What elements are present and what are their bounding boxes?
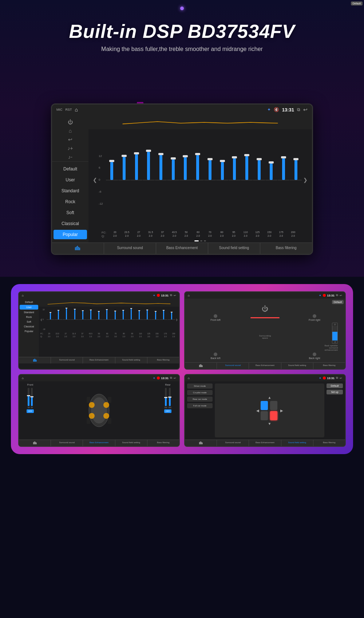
mini-bar[interactable]: [135, 308, 143, 330]
copilot-mode-btn[interactable]: Co-pilot mode: [187, 390, 213, 395]
mini-back-3[interactable]: ↩: [174, 377, 176, 380]
bar-handle[interactable]: [195, 153, 200, 155]
preset-popular[interactable]: Popular: [54, 230, 87, 239]
sf-default-btn[interactable]: Default: [327, 383, 343, 388]
driver-mode-btn[interactable]: Driver mode: [187, 383, 213, 389]
eq-bar-7[interactable]: [179, 154, 191, 205]
rear-off-btn[interactable]: OFF: [164, 409, 171, 413]
mini-tab-field-1[interactable]: Sound field setting: [115, 357, 147, 363]
mini-preset-user[interactable]: User: [20, 305, 38, 310]
mini-tab-surround-1[interactable]: Surround sound: [51, 357, 83, 363]
eq-bar-3[interactable]: [130, 154, 142, 205]
mini-preset-classical[interactable]: Classical: [19, 324, 39, 329]
full-mode-btn[interactable]: Full car mode: [187, 403, 213, 408]
mini-tab-filter-1[interactable]: Bass filtering: [147, 357, 179, 363]
sf-right-arrow[interactable]: ▶: [280, 409, 283, 413]
mini-tab-eq-2[interactable]: [185, 363, 217, 369]
mini-bar[interactable]: [103, 308, 111, 330]
surround-default-btn[interactable]: Default: [332, 300, 344, 304]
mini-home-icon[interactable]: ⌂: [22, 294, 24, 297]
sf-setup-btn[interactable]: Set up: [327, 390, 343, 394]
copy-icon[interactable]: ⧉: [297, 107, 300, 112]
volume-icon[interactable]: 🔇: [274, 107, 279, 112]
eq-bar-9[interactable]: [204, 154, 216, 205]
eq-bar-15[interactable]: [278, 154, 290, 205]
mini-bar[interactable]: [127, 308, 135, 330]
preset-default[interactable]: Default: [54, 164, 87, 174]
bar-handle[interactable]: [109, 160, 114, 162]
preset-rock[interactable]: Rock: [54, 197, 87, 206]
home-sidebar-icon[interactable]: ⌂: [69, 128, 72, 134]
mini-bar[interactable]: [63, 308, 70, 330]
mini-home-3[interactable]: ⌂: [22, 377, 24, 380]
bar-handle[interactable]: [183, 155, 188, 157]
tab-bass-filtering[interactable]: Bass filtering: [260, 243, 312, 254]
mini-nav-next[interactable]: ❯: [176, 318, 178, 321]
mini-copy-3[interactable]: ⧉: [170, 376, 172, 380]
dot-2[interactable]: [200, 240, 202, 241]
mini-preset-soft[interactable]: Soft: [19, 319, 39, 324]
mini-tab-filter-2[interactable]: Bass filtering: [313, 363, 345, 369]
mini-bar[interactable]: [143, 308, 151, 330]
mini-tab-eq-icon[interactable]: [19, 357, 51, 363]
dot-3[interactable]: [204, 240, 206, 241]
bar-handle[interactable]: [293, 158, 298, 160]
mini-tab-surround-2[interactable]: Surround sound: [217, 363, 249, 369]
mini-copy-icon[interactable]: ⧉: [170, 294, 172, 297]
eq-bar-4[interactable]: [143, 154, 155, 205]
bar-handle[interactable]: [232, 156, 237, 158]
bar-handle[interactable]: [158, 153, 163, 155]
tab-surround-sound[interactable]: Surround sound: [104, 243, 156, 254]
mini-tab-bass-3[interactable]: Bass Enhancement: [83, 440, 115, 446]
home-icon[interactable]: ⌂: [75, 107, 78, 113]
mini-copy-2[interactable]: ⧉: [336, 294, 338, 297]
sf-left-arrow[interactable]: ◀: [256, 409, 259, 413]
mini-preset-standard[interactable]: Standard: [19, 310, 39, 315]
mini-bar[interactable]: [111, 308, 119, 330]
mini-tab-field-2[interactable]: Sound field setting: [281, 363, 313, 369]
eq-bar-13[interactable]: [253, 154, 265, 205]
mini-bar[interactable]: [71, 308, 79, 330]
surround-power-icon[interactable]: ⏻: [188, 302, 342, 314]
seat-driver[interactable]: [261, 401, 268, 410]
bar-handle[interactable]: [134, 152, 139, 154]
bar-handle[interactable]: [122, 155, 127, 157]
tab-equalizer-icon[interactable]: [52, 243, 104, 254]
mini-back-2[interactable]: ↩: [340, 294, 342, 297]
mini-tab-filter-4[interactable]: Bass filtering: [313, 440, 345, 446]
preset-classical[interactable]: Classical: [54, 219, 87, 228]
mini-tab-surround-4[interactable]: Surround sound: [217, 440, 249, 446]
eq-bar-5[interactable]: [155, 154, 167, 205]
mini-tab-bass-2[interactable]: Bass Enhancement: [249, 363, 281, 369]
mini-home-2[interactable]: ⌂: [188, 294, 190, 297]
eq-bar-11[interactable]: [229, 154, 241, 205]
mini-bar[interactable]: [95, 308, 103, 330]
bar-handle[interactable]: [269, 161, 274, 164]
seat-rear-right[interactable]: [270, 411, 277, 420]
mini-home-4[interactable]: ⌂: [188, 377, 190, 380]
eq-prev-arrow[interactable]: ❮: [91, 177, 99, 183]
mini-bar[interactable]: [47, 308, 54, 330]
front-off-btn[interactable]: OFF: [27, 409, 34, 413]
bar-handle[interactable]: [257, 158, 262, 160]
preset-soft[interactable]: Soft: [54, 208, 87, 217]
eq-bar-16[interactable]: [290, 154, 302, 205]
seat-copilot[interactable]: [270, 401, 277, 410]
mini-bar[interactable]: [119, 308, 127, 330]
vol-up-icon[interactable]: ♪+: [67, 145, 73, 151]
mini-tab-bass-4[interactable]: Bass Enhancement: [249, 440, 281, 446]
eq-next-arrow[interactable]: ❯: [302, 177, 309, 183]
bar-handle[interactable]: [207, 158, 213, 160]
back-icon[interactable]: ↩: [303, 107, 308, 113]
mini-nav-prev[interactable]: ❮: [40, 318, 42, 321]
mini-tab-bass-1[interactable]: Bass Enhancement: [83, 357, 115, 363]
mini-tab-eq-3[interactable]: [19, 440, 51, 446]
eq-bar-8[interactable]: [192, 154, 204, 205]
mini-bar[interactable]: [168, 308, 175, 330]
mini-bar[interactable]: [151, 308, 159, 330]
mini-bar[interactable]: [55, 308, 62, 330]
mini-tab-field-4[interactable]: Sound field setting: [281, 440, 313, 446]
seat-rear-left[interactable]: [261, 411, 268, 420]
mini-preset-popular[interactable]: Popular: [19, 329, 39, 334]
eq-bar-1[interactable]: [106, 154, 118, 205]
